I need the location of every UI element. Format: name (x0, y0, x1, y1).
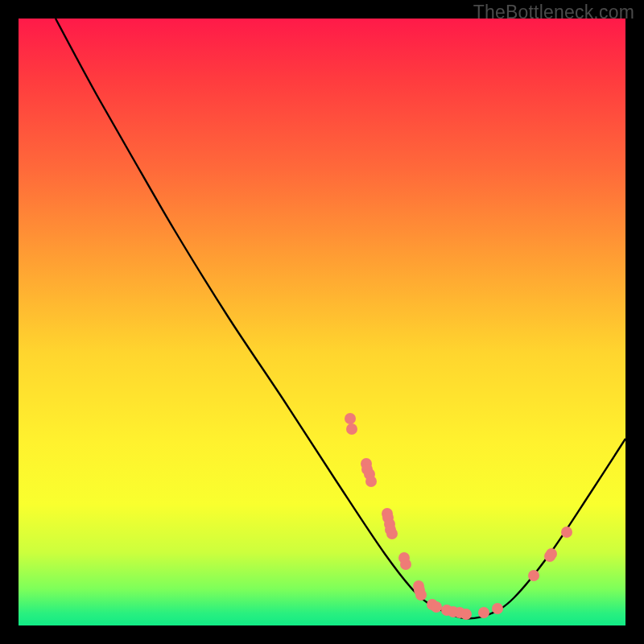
data-marker (478, 607, 489, 618)
data-marker (492, 603, 503, 614)
data-marker (415, 589, 427, 601)
data-marker (365, 476, 377, 487)
bottleneck-curve (56, 19, 625, 618)
data-marker (431, 601, 442, 613)
data-marker (346, 423, 357, 435)
data-markers (345, 413, 572, 620)
chart-svg (19, 19, 625, 625)
data-marker (400, 559, 411, 570)
data-marker (561, 526, 572, 538)
data-marker (386, 528, 398, 539)
data-marker (460, 609, 472, 620)
data-marker (345, 413, 356, 424)
data-marker (546, 548, 557, 559)
data-marker (528, 570, 539, 581)
watermark-text: TheBottleneck.com (473, 2, 634, 23)
chart-plot-area (19, 19, 625, 625)
